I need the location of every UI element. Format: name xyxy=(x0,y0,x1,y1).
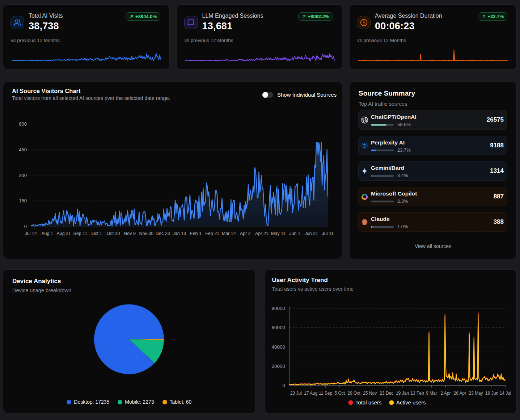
svg-text:Nov 30: Nov 30 xyxy=(139,231,153,236)
svg-text:Apr 2: Apr 2 xyxy=(240,231,251,236)
svg-text:80000: 80000 xyxy=(271,306,285,311)
svg-text:Oct 1: Oct 1 xyxy=(91,231,102,236)
svg-text:25 Nov: 25 Nov xyxy=(363,391,377,396)
svg-text:29 Oct: 29 Oct xyxy=(347,391,360,396)
svg-text:20000: 20000 xyxy=(271,364,285,369)
svg-text:26 Apr: 26 Apr xyxy=(453,391,466,396)
svg-text:Active users: Active users xyxy=(396,399,426,406)
svg-text:19 Jan: 19 Jan xyxy=(396,391,409,396)
svg-text:600: 600 xyxy=(19,121,27,127)
svg-text:Dec 23: Dec 23 xyxy=(156,231,170,236)
svg-text:0: 0 xyxy=(282,383,285,388)
svg-text:Oct 20: Oct 20 xyxy=(107,231,120,236)
svg-text:Nov 9: Nov 9 xyxy=(124,231,136,236)
svg-text:0: 0 xyxy=(24,224,27,229)
svg-text:Feb 21: Feb 21 xyxy=(205,231,219,236)
svg-text:23 Jul: 23 Jul xyxy=(290,391,301,396)
svg-text:Jun 1: Jun 1 xyxy=(289,231,300,236)
svg-text:Sep 11: Sep 11 xyxy=(73,231,87,236)
svg-text:Mar 14: Mar 14 xyxy=(222,231,236,236)
svg-text:19 Jun: 19 Jun xyxy=(485,391,498,396)
svg-text:5 Oct: 5 Oct xyxy=(334,391,345,396)
svg-text:Apr 21: Apr 21 xyxy=(255,231,269,236)
svg-text:23 Dec: 23 Dec xyxy=(379,391,393,396)
svg-text:Jan 13: Jan 13 xyxy=(173,231,186,236)
svg-text:Jul 14: Jul 14 xyxy=(25,231,37,236)
svg-text:150: 150 xyxy=(19,198,27,203)
svg-text:450: 450 xyxy=(19,147,27,152)
svg-text:Aug 21: Aug 21 xyxy=(56,231,71,236)
svg-text:13 Feb: 13 Feb xyxy=(410,391,424,396)
svg-text:17 Aug: 17 Aug xyxy=(304,391,317,396)
svg-text:May 11: May 11 xyxy=(271,231,286,236)
svg-text:Aug 1: Aug 1 xyxy=(41,231,53,236)
svg-text:300: 300 xyxy=(19,173,27,178)
svg-text:40000: 40000 xyxy=(271,344,285,350)
svg-text:60000: 60000 xyxy=(271,325,285,330)
svg-text:Feb 1: Feb 1 xyxy=(190,231,202,236)
svg-text:Jun 21: Jun 21 xyxy=(304,231,318,236)
svg-text:11 Sep: 11 Sep xyxy=(319,391,332,396)
svg-text:23 May: 23 May xyxy=(469,391,483,396)
svg-text:9 Mar: 9 Mar xyxy=(426,391,437,396)
svg-text:Total users: Total users xyxy=(355,399,382,406)
svg-text:14 Jul: 14 Jul xyxy=(499,391,511,396)
svg-text:Jul 11: Jul 11 xyxy=(322,231,334,236)
svg-text:2 Apr: 2 Apr xyxy=(440,391,451,396)
